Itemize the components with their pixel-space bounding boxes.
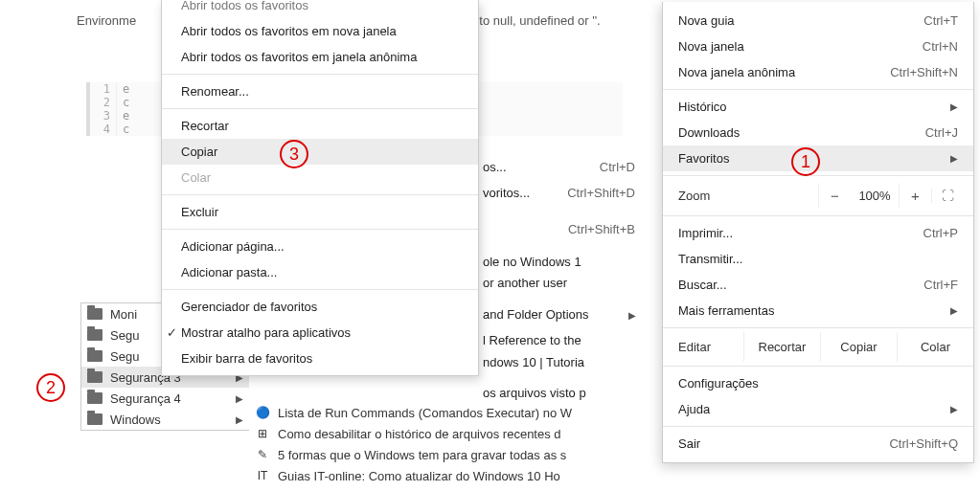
page-favicon-icon: IT [255, 468, 270, 483]
bookmarks-folder-item[interactable]: Segurança 4▶ [81, 388, 249, 409]
edit-label: Editar [663, 332, 744, 362]
folder-icon [87, 371, 103, 383]
folder-label: Segurança 4 [110, 391, 181, 406]
menu-new-tab[interactable]: Nova guiaCtrl+T [663, 8, 973, 33]
annotation-2: 2 [36, 373, 65, 402]
chrome-main-menu: Nova guiaCtrl+T Nova janelaCtrl+N Nova j… [662, 2, 974, 463]
menu-help[interactable]: Ajuda▶ [663, 396, 973, 422]
edit-cut[interactable]: Recortar [744, 332, 821, 362]
menu-downloads[interactable]: DownloadsCtrl+J [663, 120, 973, 145]
folder-label: Moni [110, 307, 137, 322]
zoom-in-button[interactable]: + [899, 184, 931, 208]
bookmark-page-item[interactable]: ITGuias IT-online: Como atualizar do Win… [249, 465, 642, 486]
submenu-arrow-icon: ▶ [236, 414, 243, 425]
page-favicon-icon: ⊞ [255, 426, 270, 441]
menu-more-tools[interactable]: Mais ferramentas▶ [663, 298, 973, 324]
menu-settings[interactable]: Configurações [663, 370, 973, 396]
bookmark-page-item[interactable]: ✎5 formas que o Windows tem para gravar … [249, 444, 642, 465]
menu-history[interactable]: Histórico▶ [663, 94, 973, 120]
obscured-item: or another user [483, 276, 567, 290]
ctx-show-bookmarks-bar[interactable]: Exibir barra de favoritos [162, 346, 478, 371]
ctx-add-folder[interactable]: Adicionar pasta... [162, 259, 478, 285]
menu-edit-row: Editar Recortar Copiar Colar [663, 332, 973, 362]
menu-incognito[interactable]: Nova janela anônimaCtrl+Shift+N [663, 59, 973, 85]
page-label: 5 formas que o Windows tem para gravar t… [278, 448, 566, 462]
edit-copy[interactable]: Copiar [821, 332, 898, 362]
ctx-show-apps-shortcut[interactable]: Mostrar atalho para aplicativos [162, 320, 478, 346]
obscured-item: voritos... [483, 186, 530, 200]
folder-label: Segu [110, 349, 139, 364]
menu-cast[interactable]: Transmitir... [663, 246, 973, 272]
obscured-item: l Reference to the [483, 333, 581, 347]
folder-icon [87, 308, 103, 320]
folder-label: Windows [110, 413, 161, 427]
bookmarks-folder-item[interactable]: Windows▶ [81, 409, 249, 430]
ctx-cut[interactable]: Recortar [162, 113, 478, 139]
menu-print[interactable]: Imprimir...Ctrl+P [663, 220, 973, 246]
zoom-out-button[interactable]: − [818, 184, 851, 208]
folder-label: Segu [110, 328, 139, 343]
fullscreen-button[interactable]: ⛶ [931, 189, 964, 203]
menu-exit[interactable]: SairCtrl+Shift+Q [663, 431, 973, 457]
obscured-item: os arquivos visto p [483, 386, 586, 400]
ctx-open-all[interactable]: Abrir todos os favoritos [162, 0, 478, 18]
obscured-shortcut: Ctrl+D [600, 160, 635, 174]
ctx-add-page[interactable]: Adicionar página... [162, 234, 478, 259]
submenu-arrow-icon: ▶ [628, 310, 636, 321]
annotation-3: 3 [280, 140, 308, 168]
ctx-open-all-incognito[interactable]: Abrir todos os favoritos em janela anôni… [162, 44, 478, 70]
menu-new-window[interactable]: Nova janelaCtrl+N [663, 33, 973, 59]
page-label: Guias IT-online: Como atualizar do Windo… [278, 469, 560, 483]
page-favicon-icon: 🔵 [255, 405, 270, 420]
zoom-label: Zoom [678, 189, 818, 203]
obscured-item: ndows 10 | Tutoria [483, 355, 584, 369]
annotation-1: 1 [791, 147, 820, 176]
menu-find[interactable]: Buscar...Ctrl+F [663, 272, 973, 298]
bookmarks-context-menu: Abrir todos os favoritos Abrir todos os … [161, 0, 479, 376]
obscured-shortcut: Ctrl+Shift+B [568, 222, 635, 236]
folder-icon [87, 413, 103, 425]
ctx-paste: Colar [162, 165, 478, 190]
obscured-shortcut: Ctrl+Shift+D [567, 186, 635, 200]
folder-icon [87, 350, 103, 362]
menu-zoom-row: Zoom − 100% + ⛶ [663, 180, 973, 212]
bookmark-page-item[interactable]: 🔵Lista de Run Commands (Comandos Executa… [249, 402, 642, 423]
page-label: Lista de Run Commands (Comandos Executar… [278, 406, 572, 420]
submenu-arrow-icon: ▶ [236, 393, 243, 404]
folder-icon [87, 329, 103, 341]
ctx-copy[interactable]: Copiar [162, 139, 478, 165]
obscured-item: and Folder Options [483, 307, 589, 322]
page-favicon-icon: ✎ [255, 447, 270, 462]
obscured-item: ole no Windows 1 [483, 255, 581, 269]
folder-icon [87, 392, 103, 404]
bookmark-page-item[interactable]: ⊞Como desabilitar o histórico de arquivo… [249, 423, 642, 444]
bookmarks-pages-submenu: 🔵Lista de Run Commands (Comandos Executa… [249, 402, 642, 486]
page-label: Como desabilitar o histórico de arquivos… [278, 427, 561, 441]
ctx-rename[interactable]: Renomear... [162, 78, 478, 104]
zoom-value: 100% [851, 189, 899, 203]
ctx-open-all-new-window[interactable]: Abrir todos os favoritos em nova janela [162, 18, 478, 44]
edit-paste[interactable]: Colar [898, 332, 973, 362]
obscured-item: os... [483, 160, 507, 174]
ctx-delete[interactable]: Excluir [162, 199, 478, 225]
ctx-bookmark-manager[interactable]: Gerenciador de favoritos [162, 294, 478, 320]
